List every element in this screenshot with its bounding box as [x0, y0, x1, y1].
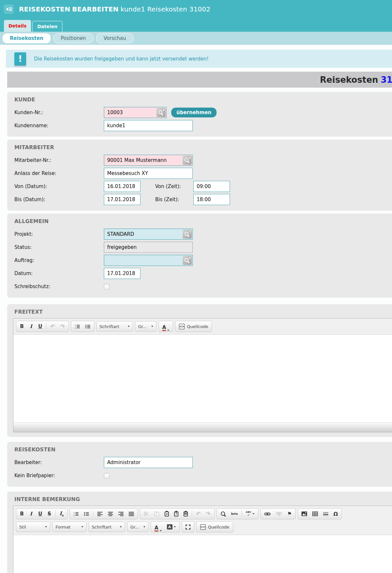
redo-button[interactable]: ↷ — [203, 509, 213, 518]
source-button[interactable]: <>Quellcode — [176, 322, 211, 331]
flag-icon: ⚑ — [287, 511, 291, 517]
align-justify-button[interactable] — [126, 509, 137, 518]
uebernehmen-button[interactable]: übernehmen — [171, 108, 217, 117]
align-right-button[interactable] — [116, 509, 126, 518]
auftrag-lookup-button[interactable]: + — [183, 256, 192, 265]
spellcheck-button[interactable]: ABC✓ — [243, 509, 257, 518]
chevron-down-icon — [143, 526, 145, 528]
font-size-select[interactable]: Gr... — [127, 522, 149, 532]
font-family-select[interactable]: Schriftart — [96, 321, 133, 332]
bulleted-list-button[interactable] — [83, 322, 93, 331]
bold-button[interactable]: B — [17, 322, 26, 331]
link-button[interactable] — [262, 509, 273, 518]
insert-image-button[interactable] — [299, 509, 310, 518]
paste-as-text-button[interactable]: T — [172, 509, 181, 518]
tab-dateien[interactable]: Dateien — [32, 21, 62, 32]
schreibschutz-checkbox[interactable] — [104, 284, 109, 289]
von-datum-input[interactable] — [104, 181, 140, 192]
horizontal-rule-button[interactable] — [320, 509, 331, 518]
kein-briefpapier-label: Kein Briefpapier: — [14, 473, 104, 478]
bearbeiter-input[interactable] — [104, 457, 193, 468]
bis-zeit-label: Bis (Zeit): — [155, 197, 193, 202]
text-color-button[interactable]: A — [160, 322, 172, 331]
subtab-positionen[interactable]: Positionen — [53, 33, 93, 43]
kein-briefpapier-checkbox[interactable] — [104, 473, 109, 478]
datum-input[interactable] — [104, 268, 140, 279]
anlass-input[interactable] — [104, 168, 193, 179]
kunden-nr-lookup-button[interactable]: + — [156, 108, 166, 117]
undo-button[interactable]: ↶ — [48, 322, 57, 331]
undo-button[interactable]: ↶ — [193, 509, 203, 518]
kundenname-input[interactable] — [104, 120, 193, 131]
bg-color-button[interactable]: A — [164, 522, 178, 531]
bis-datum-input[interactable] — [104, 194, 140, 205]
mitarbeiter-nr-input[interactable] — [104, 155, 193, 166]
bold-button[interactable]: B — [17, 509, 26, 518]
text-color-button[interactable]: A — [152, 522, 164, 531]
auftrag-input[interactable] — [104, 255, 193, 266]
special-char-button[interactable]: Ω — [331, 509, 341, 518]
bis-zeit-input[interactable] — [193, 194, 230, 205]
toolbar-separator — [242, 511, 242, 517]
numbered-list-button[interactable]: 12 — [71, 509, 81, 518]
freitext-content[interactable] — [13, 335, 392, 422]
info-message: ! Die Reisekosten wurden freigegeben und… — [6, 50, 392, 68]
exclamation-icon: ! — [14, 52, 26, 65]
kundenname-row: Kundenname: — [7, 119, 392, 132]
undo-icon: ↶ — [50, 323, 55, 330]
strikethrough-button[interactable]: S — [45, 509, 54, 518]
collapse-menu-button[interactable] — [4, 5, 14, 14]
cut-button[interactable] — [141, 509, 152, 518]
align-center-button[interactable] — [105, 509, 116, 518]
italic-button[interactable]: I — [26, 322, 36, 331]
paste-button[interactable]: ≡ — [162, 509, 172, 518]
action-title: BEARBEITEN — [72, 5, 119, 13]
source-button[interactable]: <>Quellcode — [198, 522, 232, 531]
subtab-reisekosten[interactable]: Reisekosten — [3, 33, 51, 43]
anchor-button[interactable]: ⚑ — [285, 509, 294, 518]
redo-button[interactable]: ↷ — [57, 322, 67, 331]
bulleted-list-icon — [85, 324, 90, 329]
format-select[interactable]: Format — [52, 522, 87, 532]
clipboard-word-icon: W — [184, 512, 188, 516]
underline-button[interactable]: U — [36, 509, 45, 518]
tab-details[interactable]: Details — [4, 20, 31, 32]
table-icon — [312, 512, 318, 516]
insert-table-button[interactable] — [310, 509, 320, 518]
projekt-lookup-button[interactable]: + — [183, 230, 192, 239]
mitarbeiter-nr-lookup-button[interactable]: + — [183, 156, 192, 165]
datum-row: Datum: — [7, 267, 392, 280]
paste-from-word-button[interactable]: W — [181, 509, 190, 518]
numbered-list-button[interactable]: 12 — [72, 322, 83, 331]
bulleted-list-button[interactable] — [81, 509, 92, 518]
status-field — [104, 242, 193, 253]
von-zeit-input[interactable] — [193, 181, 230, 192]
datum-label: Datum: — [14, 270, 104, 276]
maximize-button[interactable] — [183, 522, 193, 531]
font-size-select[interactable]: Gr... — [135, 321, 156, 332]
font-family-select[interactable]: Schriftart — [89, 522, 125, 532]
align-left-button[interactable] — [95, 509, 105, 518]
italic-button[interactable]: I — [26, 509, 36, 518]
style-select[interactable]: Stil — [16, 522, 50, 532]
kundenname-label: Kundenname: — [14, 123, 104, 129]
svg-text:2: 2 — [74, 514, 75, 516]
app-header: REISEKOSTENBEARBEITENkunde1 Reisekosten … — [0, 0, 392, 18]
underline-button[interactable]: U — [36, 322, 45, 331]
link-icon — [264, 512, 270, 516]
replace-button[interactable]: b⇄a — [229, 509, 240, 518]
find-button[interactable] — [218, 509, 229, 518]
copy-button[interactable] — [152, 509, 162, 518]
section-freitext: FREITEXT B I U ↶ ↷ 12 Schriftart Gr... — [7, 304, 392, 437]
unlink-button[interactable] — [273, 509, 285, 518]
schreibschutz-label: Schreibschutz: — [14, 284, 104, 289]
menu-arrow-icon — [6, 8, 8, 11]
section-allgemein: ALLGEMEIN Projekt: + Status: Auftrag: + … — [7, 214, 392, 298]
remove-format-button[interactable]: Ix — [57, 509, 66, 518]
section-freitext-heading: FREITEXT — [14, 309, 392, 315]
remove-format-icon: Ix — [59, 511, 64, 517]
kein-briefpapier-row: Kein Briefpapier: — [7, 469, 392, 482]
subtab-vorschau[interactable]: Vorschau — [96, 33, 134, 43]
interne-content[interactable] — [13, 535, 392, 573]
projekt-input[interactable] — [104, 229, 193, 240]
